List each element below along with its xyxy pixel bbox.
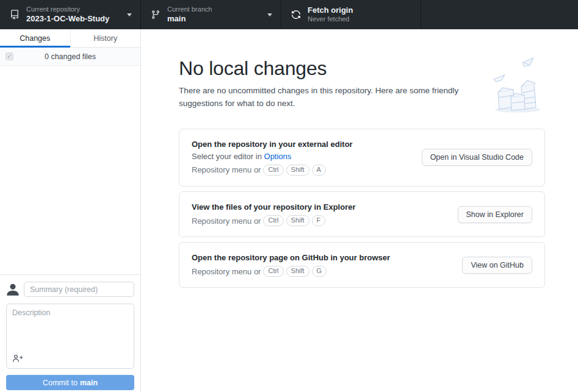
avatar-icon [6, 283, 20, 296]
key-shift: Shift [286, 165, 309, 176]
main-content: No local changes There are no uncommitte… [141, 29, 578, 392]
sync-icon [291, 10, 301, 20]
shortcut-prefix: Repository menu or [192, 267, 261, 276]
card-subtitle: Select your editor in Options [192, 152, 353, 161]
shortcut-hint: Repository menu or Ctrl Shift G [192, 266, 390, 277]
toolbar-filler [421, 0, 578, 29]
shortcut-hint: Repository menu or Ctrl Shift A [192, 165, 353, 176]
sidebar-tabs: Changes History [0, 29, 140, 48]
fetch-origin-button[interactable]: Fetch origin Never fetched [281, 0, 421, 29]
card-title: View the files of your repository in Exp… [192, 202, 356, 212]
key-shift: Shift [286, 266, 309, 277]
key-ctrl: Ctrl [263, 165, 283, 176]
card-title: Open the repository page on GitHub in yo… [192, 253, 390, 262]
description-box [6, 304, 134, 369]
crumpled-paper-illustration [491, 55, 544, 115]
changed-files-row: ✓ 0 changed files [0, 48, 140, 66]
current-branch-label: Current branch [167, 5, 262, 14]
description-input[interactable] [7, 304, 134, 352]
commit-button-branch: main [80, 379, 98, 387]
key-ctrl: Ctrl [263, 215, 283, 226]
card-show-in-explorer: View the files of your repository in Exp… [179, 191, 545, 237]
key-shift: Shift [286, 215, 309, 226]
options-link[interactable]: Options [264, 152, 292, 161]
current-repository-value: 2023-1-OC-Web-Study [26, 14, 122, 24]
key-letter: F [312, 215, 326, 226]
commit-button-prefix: Commit to [43, 379, 78, 387]
current-branch-value: main [167, 14, 262, 24]
changes-list-empty [0, 66, 140, 274]
commit-form: Commit to main [0, 274, 140, 392]
repo-icon [10, 10, 20, 20]
key-letter: G [312, 266, 327, 277]
add-coauthor-button[interactable] [12, 354, 24, 365]
person-plus-icon [12, 354, 23, 363]
shortcut-hint: Repository menu or Ctrl Shift F [192, 215, 356, 226]
commit-button[interactable]: Commit to main [6, 375, 134, 390]
changed-files-count: 0 changed files [45, 52, 96, 61]
card-view-on-github: Open the repository page on GitHub in yo… [179, 242, 545, 288]
suggestion-cards: Open the repository in your external edi… [179, 129, 545, 288]
shortcut-prefix: Repository menu or [192, 165, 261, 174]
tab-changes[interactable]: Changes [0, 29, 70, 47]
view-on-github-button[interactable]: View on GitHub [462, 257, 532, 274]
chevron-down-icon [267, 13, 272, 16]
card-title: Open the repository in your external edi… [192, 140, 353, 149]
current-repository-button[interactable]: Current repository 2023-1-OC-Web-Study [0, 0, 141, 29]
fetch-origin-title: Fetch origin [308, 5, 412, 15]
current-branch-button[interactable]: Current branch main [141, 0, 281, 29]
show-in-explorer-button[interactable]: Show in Explorer [458, 206, 533, 223]
sidebar: Changes History ✓ 0 changed files [0, 29, 141, 392]
key-letter: A [312, 165, 326, 176]
select-all-checkbox[interactable]: ✓ [5, 52, 13, 60]
chevron-down-icon [127, 13, 132, 16]
tab-history[interactable]: History [70, 29, 141, 47]
fetch-origin-subtitle: Never fetched [308, 15, 412, 24]
shortcut-prefix: Repository menu or [192, 216, 261, 226]
toolbar: Current repository 2023-1-OC-Web-Study C… [0, 0, 578, 29]
git-branch-icon [151, 10, 161, 20]
summary-input[interactable] [24, 282, 134, 297]
card-open-external-editor: Open the repository in your external edi… [179, 129, 545, 187]
card-subtitle-text: Select your editor in [192, 152, 264, 161]
open-in-vscode-button[interactable]: Open in Visual Studio Code [422, 149, 532, 166]
no-changes-blankslate: No local changes There are no uncommitte… [141, 29, 578, 288]
page-subtitle: There are no uncommitted changes in this… [179, 85, 484, 110]
key-ctrl: Ctrl [263, 266, 283, 277]
current-repository-label: Current repository [26, 5, 122, 14]
